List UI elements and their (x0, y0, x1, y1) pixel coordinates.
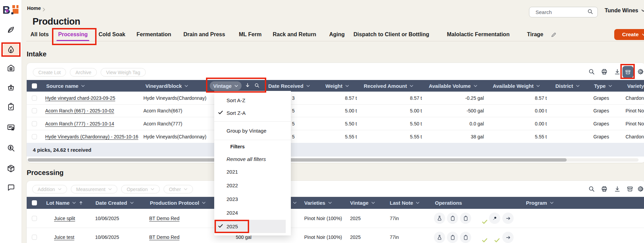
chat-icon[interactable] (7, 183, 15, 192)
select-all-checkbox[interactable] (32, 200, 37, 205)
col-vineyard-block[interactable]: Vineyard/block (145, 80, 188, 92)
col-hidden-chevron[interactable] (293, 197, 297, 209)
account-menu[interactable]: Tunde Wines (605, 8, 644, 14)
archive-button[interactable]: Archive (70, 68, 97, 77)
tab-cold-soak[interactable]: Cold Soak (99, 31, 125, 41)
table-search-icon[interactable] (588, 186, 595, 192)
col-weight[interactable]: Weight (325, 80, 349, 92)
source-link[interactable]: Acorn Ranch (667) - 2025-10-02 (45, 108, 114, 113)
tab-drain-press[interactable]: Drain and Press (183, 31, 225, 41)
col-type[interactable]: Type (594, 80, 612, 92)
annotation-box-archive-button (620, 64, 635, 79)
pen-icon[interactable] (489, 213, 500, 224)
horizontal-scrollbar-thumb[interactable] (28, 158, 567, 162)
row-checkbox[interactable] (32, 108, 37, 113)
row-checkbox[interactable] (32, 216, 37, 221)
create-button[interactable]: Create (614, 29, 644, 40)
protocol-link[interactable]: BT Demo Red (149, 216, 179, 221)
col-available-weight[interactable]: Available Weight (493, 80, 540, 92)
tab-rack-return[interactable]: Rack and Return (273, 31, 316, 41)
edit-tabs-icon[interactable] (551, 32, 556, 39)
col-lot-name[interactable]: Lot Name (46, 197, 83, 209)
create-lot-button[interactable]: Create Lot (33, 68, 66, 77)
tab-ml-ferm[interactable]: ML Ferm (239, 31, 261, 41)
col-variety[interactable]: Variety (627, 80, 644, 92)
clipboard-icon[interactable] (460, 232, 471, 243)
row-checkbox[interactable] (32, 121, 37, 126)
addition-button[interactable]: Addition (32, 185, 67, 193)
col-last-note[interactable]: Last Note (390, 197, 420, 209)
last-note-cell: 77in (390, 234, 399, 240)
package-icon[interactable] (7, 164, 15, 173)
menu-item-sort-az[interactable]: Sort A-Z (227, 97, 245, 103)
row-checkbox[interactable] (32, 95, 37, 100)
menu-item-remove-all-filters[interactable]: Remove all filters (227, 156, 266, 162)
col-source-name[interactable]: Source name (46, 80, 85, 92)
tab-tirage[interactable]: Tirage (527, 31, 543, 41)
archive-icon[interactable] (627, 186, 633, 192)
done-check-icon (494, 238, 500, 243)
row-checkbox[interactable] (32, 134, 37, 139)
col-district[interactable]: District (555, 80, 580, 92)
sample-flask-icon[interactable] (434, 232, 445, 243)
other-button[interactable]: Other (164, 185, 193, 193)
col-date-received[interactable]: Date Received (268, 80, 310, 92)
source-link[interactable]: Acorn Ranch (777) - 2025-10-14 (45, 121, 114, 126)
tab-fermentation[interactable]: Fermentation (137, 31, 171, 41)
menu-item-sort-za[interactable]: Sort Z-A (227, 110, 246, 116)
warehouse-icon[interactable] (7, 64, 15, 72)
basket-icon[interactable] (7, 83, 15, 92)
forward-arrow-icon[interactable] (502, 213, 514, 224)
view-weigh-tag-button[interactable]: View Weigh Tag (101, 68, 146, 77)
source-link[interactable]: Hyde Vineyards (Chardonnay) - 2025-10-16 (45, 134, 138, 139)
col-production-protocol[interactable]: Production Protocol (150, 197, 206, 209)
sample-flask-icon[interactable] (434, 213, 445, 224)
global-search[interactable] (529, 7, 598, 17)
print-icon[interactable] (601, 68, 608, 75)
col-date-created[interactable]: Date Created (95, 197, 134, 209)
clipboard-icon[interactable] (447, 213, 458, 224)
horizontal-scrollbar-track[interactable] (28, 158, 639, 162)
select-all-checkbox[interactable] (32, 83, 37, 89)
lot-link[interactable]: Juice split (54, 216, 75, 221)
col-program[interactable]: Program (526, 197, 554, 209)
col-available-volume[interactable]: Available Volume (429, 80, 477, 92)
processing-heading: Processing (27, 169, 64, 177)
tab-all-lots[interactable]: All lots (30, 31, 49, 41)
operation-button[interactable]: Operation (121, 185, 159, 193)
row-checkbox[interactable] (32, 235, 37, 240)
lot-link[interactable]: Juice test (54, 234, 74, 240)
col-varieties[interactable]: Varieties (304, 197, 332, 209)
col-received-amount[interactable]: Received Amount (364, 80, 413, 92)
type-cell: Grapes (593, 121, 609, 126)
tab-dispatch[interactable]: Dispatch to Client or Bottling (353, 31, 429, 41)
menu-item-year-2024[interactable]: 2024 (227, 210, 238, 216)
protocol-link[interactable]: BT Demo Red (149, 234, 179, 240)
forward-arrow-icon[interactable] (502, 232, 514, 243)
menu-item-year-2023[interactable]: 2023 (227, 196, 238, 202)
settings-gear-icon[interactable] (637, 186, 644, 192)
print-icon[interactable] (601, 186, 608, 192)
download-icon[interactable] (614, 68, 621, 75)
app-logo[interactable]: B (3, 4, 19, 15)
download-icon[interactable] (614, 186, 621, 192)
clipboard-icon[interactable] (460, 213, 471, 224)
col-vintage[interactable]: Vintage (350, 197, 375, 209)
breadcrumb-chevron-icon (42, 7, 45, 13)
menu-item-year-2022[interactable]: 2022 (227, 183, 238, 188)
global-search-input[interactable] (536, 9, 587, 15)
menu-filters-label: Filters (230, 144, 245, 149)
settings-gear-icon[interactable] (637, 68, 644, 75)
menu-item-year-2021[interactable]: 2021 (227, 169, 238, 175)
tab-aging[interactable]: Aging (329, 31, 345, 41)
tasks-icon[interactable] (7, 103, 15, 111)
measurement-button[interactable]: Measurement (71, 185, 118, 193)
tab-malolactic[interactable]: Malolactic Fermentation (447, 31, 510, 41)
clipboard-icon[interactable] (447, 232, 458, 243)
breadcrumb-home[interactable]: Home (27, 5, 41, 11)
search-dollar-icon[interactable] (7, 144, 15, 152)
menu-item-group-by-vintage[interactable]: Group by Vintage (227, 128, 266, 134)
source-link[interactable]: Hyde vineyard chard-2023-09-25 (45, 95, 115, 101)
table-search-icon[interactable] (588, 68, 595, 75)
certificate-icon[interactable] (7, 123, 15, 132)
